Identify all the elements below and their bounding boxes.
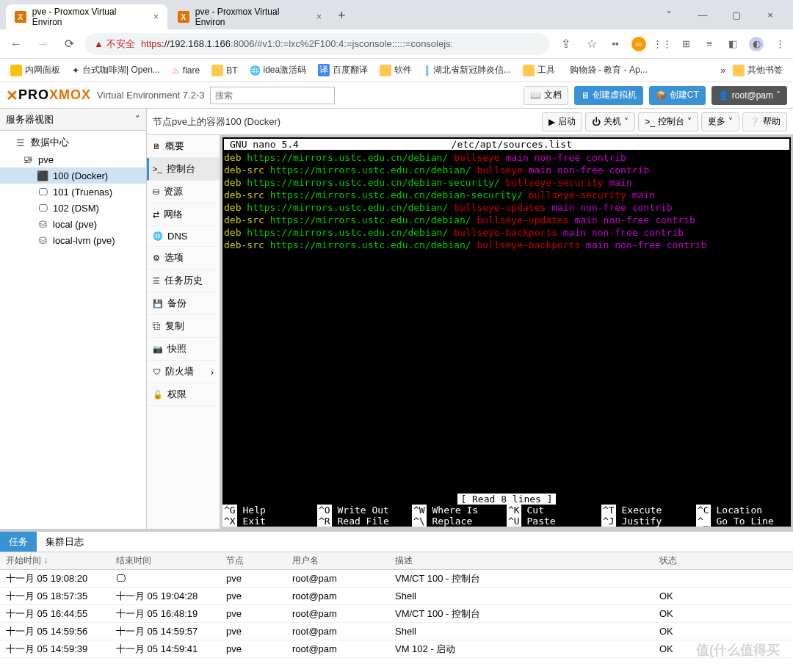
ext-icon[interactable]: ⊞ bbox=[678, 37, 693, 51]
side-console[interactable]: >_控制台 bbox=[147, 158, 220, 181]
maximize-icon[interactable]: ▢ bbox=[720, 0, 753, 29]
col-desc[interactable]: 描述 bbox=[389, 554, 653, 567]
extension-icons: ▪▪ ∞ ⋮⋮ ⊞ ≡ ◧ ◐ ⋮ bbox=[608, 37, 787, 51]
close-icon[interactable]: × bbox=[153, 12, 159, 22]
reload-button[interactable]: ⟳ bbox=[59, 34, 79, 54]
bookmark-folder[interactable]: 软件 bbox=[375, 61, 416, 79]
side-replication[interactable]: ⿻复制 bbox=[147, 315, 220, 338]
search-input[interactable] bbox=[210, 87, 335, 104]
proxmox-logo: ✕ PROXMOX bbox=[6, 87, 91, 104]
close-icon[interactable]: × bbox=[753, 0, 787, 29]
tree-ct-100[interactable]: ⬛100 (Docker) bbox=[0, 167, 146, 184]
avatar-icon[interactable]: ◐ bbox=[749, 37, 764, 51]
side-firewall[interactable]: 🛡防火墙 › bbox=[147, 361, 220, 383]
side-resources[interactable]: ⛁资源 bbox=[147, 181, 220, 203]
menu-icon[interactable]: ⋮ bbox=[772, 37, 787, 51]
ext-icon[interactable]: ∞ bbox=[631, 37, 646, 51]
ext-icon[interactable]: ≡ bbox=[702, 37, 717, 51]
user-menu[interactable]: 👤 root@pam ˅ bbox=[711, 86, 787, 105]
bookmark-icon: ✦ bbox=[72, 65, 79, 76]
vm-icon: 🖵 bbox=[37, 186, 48, 198]
create-ct-button[interactable]: 📦 创建CT bbox=[649, 86, 706, 105]
console-button[interactable]: >_ 控制台 ˅ bbox=[638, 112, 698, 131]
browser-tab-2[interactable]: X pve - Proxmox Virtual Environ × bbox=[169, 4, 330, 29]
tree-datacenter[interactable]: ☰数据中心 bbox=[0, 134, 146, 151]
url-bar[interactable]: ▲ 不安全 https://192.168.1.166:8006/#v1:0:=… bbox=[85, 33, 549, 55]
side-permissions[interactable]: 🔓权限 bbox=[147, 383, 220, 406]
storage-icon: ⛁ bbox=[37, 218, 48, 230]
task-table-header: 开始时间 ↓ 结束时间 节点 用户名 描述 状态 bbox=[0, 552, 793, 570]
side-snapshot[interactable]: 📷快照 bbox=[147, 338, 220, 361]
table-row[interactable]: 十一月 05 19:08:20🖵pveroot@pamVM/CT 100 - 控… bbox=[0, 570, 793, 588]
bookmark-icon: ║ bbox=[424, 65, 430, 76]
bookmark-folder[interactable]: 工具 bbox=[518, 61, 560, 79]
tree-storage-local[interactable]: ⛁local (pve) bbox=[0, 216, 146, 232]
side-options[interactable]: ⚙选项 bbox=[147, 247, 220, 270]
folder-icon bbox=[733, 65, 745, 76]
col-start-time[interactable]: 开始时间 ↓ bbox=[0, 554, 110, 567]
bookmark-folder[interactable]: BT bbox=[207, 62, 242, 79]
bookmark-item[interactable]: 🌐idea激活码 bbox=[245, 61, 311, 79]
table-row[interactable]: 十一月 05 18:57:35十一月 05 19:04:28pveroot@pa… bbox=[0, 588, 793, 605]
side-backup[interactable]: 💾备份 bbox=[147, 292, 220, 315]
tab-cluster-log[interactable]: 集群日志 bbox=[37, 532, 93, 552]
bookmark-item[interactable]: ♨flare bbox=[167, 62, 204, 79]
datacenter-icon: ☰ bbox=[15, 137, 26, 148]
bookmark-item[interactable]: 译百度翻译 bbox=[314, 61, 372, 79]
table-row[interactable]: 十一月 05 14:59:56十一月 05 14:59:57pveroot@pa… bbox=[0, 623, 793, 640]
copy-icon: ⿻ bbox=[153, 322, 161, 330]
ext-icon[interactable]: ◧ bbox=[725, 37, 740, 51]
tree-storage-lvm[interactable]: ⛁local-lvm (pve) bbox=[0, 232, 146, 248]
bookmark-item[interactable]: ║湖北省新冠肺炎信... bbox=[419, 61, 515, 79]
col-node[interactable]: 节点 bbox=[220, 554, 286, 567]
more-button[interactable]: 更多 ˅ bbox=[701, 112, 739, 131]
console-terminal[interactable]: GNU nano 5.4/etc/apt/sources.list deb ht… bbox=[220, 135, 793, 529]
tree-node-pve[interactable]: 🖳pve bbox=[0, 151, 146, 167]
table-row[interactable]: 十一月 05 14:59:39十一月 05 14:59:41pveroot@pa… bbox=[0, 640, 793, 658]
tree-ct-101[interactable]: 🖵101 (Truenas) bbox=[0, 184, 146, 200]
col-end-time[interactable]: 结束时间 bbox=[110, 554, 220, 567]
main-area: 服务器视图˅ ☰数据中心 🖳pve ⬛100 (Docker) 🖵101 (Tr… bbox=[0, 109, 793, 529]
side-dns[interactable]: 🌐DNS bbox=[147, 226, 220, 247]
side-summary[interactable]: 🗎概要 bbox=[147, 135, 220, 158]
tree-view-select[interactable]: 服务器视图˅ bbox=[0, 109, 146, 131]
share-icon[interactable]: ⇪ bbox=[555, 34, 576, 54]
create-vm-button[interactable]: 🖥 创建虚拟机 bbox=[574, 86, 643, 105]
table-row[interactable]: 十一月 05 16:44:55十一月 05 16:48:19pveroot@pa… bbox=[0, 605, 793, 623]
ext-icon[interactable]: ▪▪ bbox=[608, 37, 623, 51]
bookmark-folder[interactable]: 其他书签 bbox=[728, 61, 787, 79]
browser-tab-1[interactable]: X pve - Proxmox Virtual Environ × bbox=[6, 4, 167, 29]
chevron-down-icon[interactable]: ˅ bbox=[652, 0, 686, 29]
col-user[interactable]: 用户名 bbox=[286, 554, 389, 567]
browser-toolbar: ← → ⟳ ▲ 不安全 https://192.168.1.166:8006/#… bbox=[0, 29, 793, 59]
side-tasks[interactable]: ☰任务历史 bbox=[147, 270, 220, 292]
flame-icon: ♨ bbox=[172, 65, 180, 76]
start-button[interactable]: ▶ 启动 bbox=[542, 112, 582, 131]
console-icon: >_ bbox=[153, 165, 162, 173]
proxmox-icon: X bbox=[15, 11, 26, 23]
tab-tasks[interactable]: 任务 bbox=[0, 532, 37, 552]
overflow-icon[interactable]: » bbox=[720, 65, 725, 76]
bookmark-item[interactable]: 内网面板 bbox=[6, 61, 65, 79]
forward-button[interactable]: → bbox=[32, 34, 53, 54]
back-button[interactable]: ← bbox=[6, 34, 26, 54]
bookmark-item[interactable]: ✦台式咖啡湖| Open... bbox=[68, 61, 164, 79]
content-header: 节点pve上的容器100 (Docker) ▶ 启动 ⏻ 关机 ˅ >_ 控制台… bbox=[147, 109, 793, 135]
col-status[interactable]: 状态 bbox=[653, 554, 793, 567]
side-network[interactable]: ⇄网络 bbox=[147, 203, 220, 226]
tree-ct-102[interactable]: 🖵102 (DSM) bbox=[0, 200, 146, 216]
bookmark-item[interactable]: 购物袋 - 教育 - Ap... bbox=[562, 61, 652, 79]
new-tab-button[interactable]: + bbox=[332, 2, 352, 29]
shutdown-button[interactable]: ⏻ 关机 ˅ bbox=[585, 112, 635, 131]
summary-icon: 🗎 bbox=[153, 142, 161, 151]
close-icon[interactable]: × bbox=[316, 12, 322, 22]
docs-button[interactable]: 📖 文档 bbox=[524, 86, 568, 105]
minimize-icon[interactable]: — bbox=[686, 0, 720, 29]
help-button[interactable]: ❔ 帮助 bbox=[742, 112, 787, 131]
ext-icon[interactable]: ⋮⋮ bbox=[655, 37, 670, 51]
folder-icon bbox=[211, 65, 223, 76]
network-icon: ⇄ bbox=[153, 210, 159, 220]
chevron-right-icon: › bbox=[211, 366, 214, 377]
camera-icon: 📷 bbox=[153, 344, 163, 354]
bookmark-icon[interactable]: ☆ bbox=[582, 34, 602, 54]
